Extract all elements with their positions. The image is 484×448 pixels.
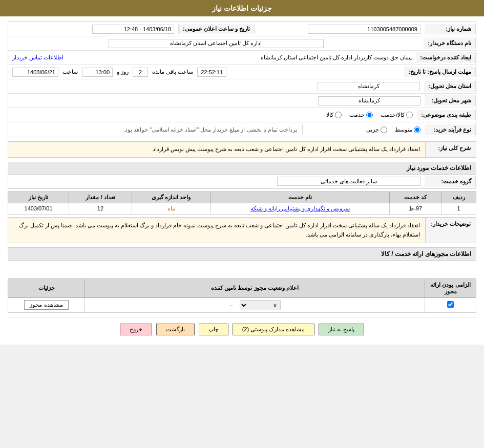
license-table: الزامی بودن ارائه مجوز اعلام وضعیت مجوز …	[8, 279, 476, 313]
desc-section: توضیحات خریدار: انعقاد قرارداد یک ساله پ…	[8, 217, 476, 243]
purchase-type-value: متوسط جزیی	[303, 125, 425, 135]
cell-date: 1403/07/01	[8, 203, 69, 214]
summary-section: شرح کلی نیاز: انعقاد قرارداد یک ساله پشت…	[8, 141, 476, 158]
content-area: شماره نیاز: تاریخ و ساعت اعلان عمومی: نا…	[0, 16, 484, 345]
deadline-time-label: ساعت	[61, 69, 79, 75]
category-kala-khedmat-label: کالا/خدمت	[381, 112, 405, 118]
service-table: ردیف کد خدمت نام خدمت واحد اندازه گیری ت…	[8, 191, 476, 215]
row-city: شهر محل تحویل:	[8, 94, 476, 108]
service-group-label: گروه خدمت:	[425, 176, 476, 187]
purchase-motaset-label: متوسط	[395, 126, 412, 133]
purchase-jozi-radio[interactable]	[381, 126, 387, 133]
notice-text: پرداخت تمام یا بخشی از مبلغ خریدار محل "…	[8, 124, 303, 135]
deadline-days-input[interactable]	[133, 68, 148, 77]
province-input[interactable]	[318, 82, 420, 91]
purchase-type-label: نوع فرآیند خرید:	[425, 124, 476, 135]
buyer-name-input[interactable]	[109, 39, 324, 48]
license-col-required: الزامی بودن ارائه مجوز	[425, 279, 476, 297]
category-kala-khedmat-item: کالا/خدمت	[381, 112, 413, 118]
need-number-label: شماره نیاز:	[425, 24, 476, 34]
license-row: ∨ -- مشاهده مجوز	[8, 297, 476, 312]
row-category: طبقه بندی موضوعی: کالا/خدمت خدمت	[8, 108, 476, 122]
print-button[interactable]: چاپ	[199, 324, 228, 335]
desc-value: انعقاد قرارداد یک ساله پشتیبانی سخت افزا…	[8, 217, 425, 243]
city-input[interactable]	[318, 96, 420, 105]
row-service-group: گروه خدمت:	[8, 175, 476, 189]
col-header-name: نام خدمت	[211, 191, 390, 203]
purchase-jozi-label: جزیی	[366, 126, 379, 133]
purchase-motaset-item: متوسط	[395, 126, 420, 133]
table-row: 1 97-ط سرویس و نگهداری و پشتیبانی رایانه…	[8, 203, 476, 214]
col-header-unit: واحد اندازه گیری	[132, 191, 211, 203]
col-header-qty: تعداد / مقدار	[69, 191, 132, 203]
license-required-cell	[425, 297, 476, 312]
col-header-date: تاریخ نیاز	[8, 191, 69, 203]
creator-link[interactable]: اطلاعات تماس خریدار	[12, 54, 64, 61]
creator-value: پیمان حق دوست کاربرداز اداره کل تامین اج…	[8, 53, 416, 62]
license-col-status: اعلام وضعیت مجوز توسط نامین کننده	[85, 279, 425, 297]
deadline-date-input[interactable]	[12, 68, 58, 77]
back-button[interactable]: بازگشت	[156, 324, 195, 335]
deadline-time-input[interactable]	[82, 68, 113, 77]
category-khedmat-radio[interactable]	[366, 112, 373, 118]
summary-label: شرح کلی نیاز:	[425, 141, 476, 158]
category-kala-khedmat-radio[interactable]	[406, 112, 413, 118]
buyer-name-label: نام دستگاه خریدار:	[424, 38, 476, 49]
deadline-remaining-value: 22:52:11	[197, 68, 226, 77]
view-docs-button[interactable]: مشاهده مدارک پیوستی (2)	[233, 324, 315, 335]
cell-qty: 12	[69, 203, 132, 214]
category-kala-radio[interactable]	[335, 112, 342, 118]
row-buyer-name: نام دستگاه خریدار:	[8, 36, 476, 51]
province-label: استان محل تحویل:	[424, 81, 476, 92]
page-header: جزئیات اطلاعات نیاز	[0, 0, 484, 16]
purchase-motaset-radio[interactable]	[414, 126, 420, 133]
license-title: اطلاعات مجوزهای ارائه خدمت / کالا	[8, 247, 476, 261]
service-group-value	[8, 175, 425, 187]
deadline-days-label: روز و	[115, 69, 130, 75]
row-need-number: شماره نیاز: تاریخ و ساعت اعلان عمومی:	[8, 22, 476, 36]
license-status-select[interactable]: ∨	[240, 300, 281, 310]
deadline-label: مهلت ارسال پاسخ: تا تاریخ:	[404, 67, 476, 77]
need-number-input[interactable]	[308, 25, 420, 34]
page-container: جزئیات اطلاعات نیاز شماره نیاز: تاریخ و …	[0, 0, 484, 345]
category-khedmat-item: خدمت	[349, 112, 373, 118]
announce-date-label: تاریخ و ساعت اعلان عمومی:	[178, 24, 255, 34]
province-value	[8, 80, 424, 93]
desc-label: توضیحات خریدار:	[425, 217, 476, 243]
cell-code: 97-ط	[390, 203, 441, 214]
row-purchase-type: نوع فرآیند خرید: متوسط جزیی پرداخت تمام …	[8, 122, 476, 137]
cell-name[interactable]: سرویس و نگهداری و پشتیبانی رایانه و شبکه	[211, 203, 390, 214]
main-form-section: شماره نیاز: تاریخ و ساعت اعلان عمومی: نا…	[8, 22, 476, 137]
cell-unit: ماه	[132, 203, 211, 214]
creator-text: پیمان حق دوست کاربرداز اداره کل تامین اج…	[261, 54, 412, 61]
category-value: کالا/خدمت خدمت کالا	[8, 110, 417, 120]
purchase-jozi-item: جزیی	[366, 126, 387, 133]
service-group-input[interactable]	[277, 177, 420, 186]
license-required-checkbox[interactable]	[447, 301, 454, 308]
deadline-remaining-label: ساعت باقی مانده	[151, 69, 195, 75]
creator-label: ایجاد کننده درخواست:	[416, 52, 476, 63]
bottom-buttons: پاسخ به نیاز مشاهده مدارک پیوستی (2) چاپ…	[8, 317, 476, 339]
deadline-values: ساعت روز و ساعت باقی مانده 22:52:11	[8, 66, 404, 78]
exit-button[interactable]: خروج	[120, 324, 152, 335]
announce-date-value	[8, 23, 178, 35]
category-label: طبقه بندی موضوعی:	[417, 110, 476, 120]
summary-value: انعقاد قرارداد یک ساله پشتیبانی سخت افزا…	[8, 141, 425, 158]
page-title: جزئیات اطلاعات نیاز	[212, 4, 272, 12]
col-header-code: کد خدمت	[390, 191, 441, 203]
cell-row: 1	[441, 203, 476, 214]
license-col-details: جزئیات	[8, 279, 85, 297]
category-khedmat-label: خدمت	[349, 112, 365, 118]
spacer	[8, 261, 476, 276]
reply-button[interactable]: پاسخ به نیاز	[319, 324, 364, 335]
license-status-dash: --	[229, 302, 233, 308]
category-kala-label: کالا	[326, 112, 333, 118]
row-province: استان محل تحویل:	[8, 79, 476, 94]
announce-date-input[interactable]	[92, 25, 174, 34]
row-deadline: مهلت ارسال پاسخ: تا تاریخ: ساعت روز و سا…	[8, 65, 476, 79]
service-info-title: اطلاعات خدمات مورد نیاز	[8, 162, 476, 175]
view-license-button[interactable]: مشاهده مجوز	[24, 300, 68, 310]
city-value	[8, 95, 425, 107]
category-kala-item: کالا	[326, 112, 342, 118]
license-details-cell: مشاهده مجوز	[8, 297, 85, 312]
